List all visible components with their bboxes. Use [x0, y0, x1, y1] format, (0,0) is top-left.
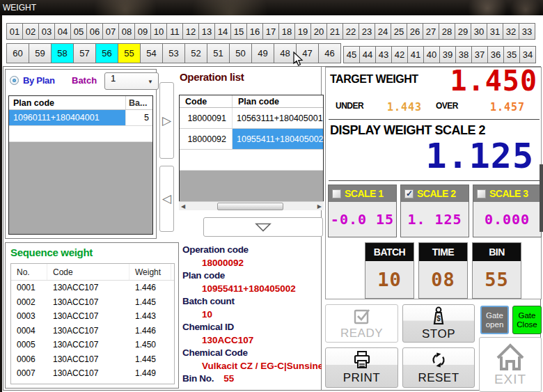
bin-button[interactable]: 55: [118, 43, 141, 63]
table-row[interactable]: 18000091 10563111+180405001: [180, 108, 323, 129]
bin-button[interactable]: 26: [407, 23, 423, 40]
bin-button[interactable]: 07: [102, 23, 119, 40]
bin-button[interactable]: 02: [22, 23, 39, 40]
bin-button[interactable]: 57: [73, 43, 96, 63]
bin-button[interactable]: 43: [375, 46, 392, 63]
bin-button[interactable]: 37: [471, 46, 488, 63]
table-row[interactable]: 0003 130ACC107 1.443: [11, 309, 174, 324]
bin-button[interactable]: 17: [262, 23, 279, 40]
bin-button[interactable]: 10: [150, 23, 167, 40]
bin-button[interactable]: 30: [471, 23, 487, 40]
bin-button[interactable]: 08: [118, 23, 135, 40]
scrollbar-thumb[interactable]: [217, 203, 283, 210]
move-right-button[interactable]: ▷: [159, 82, 174, 159]
bin-button[interactable]: 18: [278, 23, 295, 40]
reset-button[interactable]: RESET: [402, 347, 475, 388]
bin-button[interactable]: 25: [391, 23, 407, 40]
bin-button[interactable]: 20: [310, 23, 327, 40]
table-row[interactable]: 0005 130ACC107 1.450: [11, 338, 174, 352]
batch-dropdown[interactable]: 1 ▼: [104, 72, 159, 90]
bin-button[interactable]: 33: [519, 23, 535, 40]
plan-code-column-header[interactable]: Plan code: [9, 96, 126, 109]
code-cell[interactable]: 18000092: [180, 129, 233, 149]
code-column-header[interactable]: Code: [180, 95, 233, 107]
plan-code-cell[interactable]: 10563111+180405001: [233, 108, 323, 128]
by-plan-radio[interactable]: [10, 76, 19, 85]
exit-button[interactable]: EXIT: [479, 337, 542, 392]
bin-button[interactable]: 12: [182, 23, 199, 40]
weight-column-header[interactable]: Weight: [129, 264, 171, 280]
bin-button[interactable]: 27: [423, 23, 439, 40]
bin-button[interactable]: 42: [391, 46, 408, 63]
table-row[interactable]: 0004 130ACC107 1.446: [11, 324, 174, 338]
bin-button[interactable]: 22: [343, 23, 359, 40]
bin-button[interactable]: 09: [134, 23, 151, 40]
bin-button[interactable]: 34: [519, 46, 536, 63]
bin-button[interactable]: 16: [246, 23, 263, 40]
bin-button[interactable]: 39: [439, 46, 456, 63]
bin-button[interactable]: 36: [487, 46, 504, 63]
bin-button[interactable]: 50: [229, 43, 252, 63]
right-edge-scrollbar[interactable]: [540, 164, 543, 232]
plan-code-cell[interactable]: 10960111+180404001: [9, 110, 126, 125]
table-row[interactable]: 0002 130ACC107 1.445: [11, 295, 174, 310]
ready-button[interactable]: READY: [325, 304, 398, 343]
batch-cell[interactable]: 5: [126, 110, 152, 125]
stop-button[interactable]: $ STOP: [402, 304, 475, 343]
bin-button[interactable]: 21: [326, 23, 343, 40]
bin-button[interactable]: 35: [503, 46, 520, 63]
bin-button[interactable]: 28: [439, 23, 455, 40]
bin-button[interactable]: 01: [6, 23, 23, 40]
bin-button[interactable]: 15: [230, 23, 247, 40]
bin-button[interactable]: 59: [29, 43, 52, 63]
gate-close-button[interactable]: Gate Close: [512, 306, 542, 334]
bin-button[interactable]: 46: [318, 43, 341, 63]
gate-open-button[interactable]: Gate open: [480, 306, 509, 334]
bin-button[interactable]: 54: [140, 43, 163, 63]
bin-button[interactable]: 11: [166, 23, 183, 40]
bin-button[interactable]: 45: [343, 46, 360, 63]
table-row[interactable]: 0001 130ACC107 1.446: [11, 281, 174, 295]
operation-table-hscrollbar[interactable]: ◀ ▶: [179, 201, 324, 210]
bin-button[interactable]: 40: [423, 46, 440, 63]
scale-checkbox[interactable]: [332, 189, 341, 198]
plan-code-column-header[interactable]: Plan code: [233, 95, 323, 107]
bin-button[interactable]: 51: [207, 43, 230, 63]
move-down-button[interactable]: [203, 217, 323, 237]
bin-button[interactable]: 58: [51, 43, 74, 63]
bin-button[interactable]: 06: [86, 23, 103, 40]
bin-button[interactable]: 24: [375, 23, 391, 40]
code-cell[interactable]: 18000091: [180, 108, 233, 128]
bin-button[interactable]: 38: [455, 46, 472, 63]
bin-button[interactable]: 41: [407, 46, 424, 63]
bin-button[interactable]: 53: [162, 43, 185, 63]
bin-button[interactable]: 44: [359, 46, 376, 63]
table-row[interactable]: 0007 130ACC107 1.449: [11, 366, 174, 381]
bin-button[interactable]: 14: [214, 23, 231, 40]
bin-button[interactable]: 19: [294, 23, 311, 40]
bin-button[interactable]: 03: [38, 23, 55, 40]
bin-button[interactable]: 49: [251, 43, 274, 63]
plan-code-cell[interactable]: 10955411+180405002: [233, 129, 323, 149]
table-row[interactable]: 0006 130ACC107 1.445: [11, 352, 174, 367]
print-button[interactable]: PRINT: [325, 347, 398, 388]
table-row[interactable]: 10960111+180404001 5: [9, 110, 152, 126]
bin-button[interactable]: 05: [70, 23, 87, 40]
bin-button[interactable]: 32: [503, 23, 519, 40]
bin-button[interactable]: 60: [6, 43, 29, 63]
table-row[interactable]: 18000092 10955411+180405002: [180, 129, 323, 150]
no-column-header[interactable]: No.: [11, 264, 47, 280]
scale-checkbox[interactable]: [404, 189, 414, 198]
bin-button[interactable]: 23: [359, 23, 375, 40]
bin-button[interactable]: 04: [54, 23, 71, 40]
move-left-button[interactable]: ◁: [159, 166, 174, 232]
scroll-left-icon[interactable]: ◀: [181, 203, 185, 210]
batch-column-header[interactable]: Ba...: [126, 96, 152, 109]
scale-checkbox[interactable]: [477, 189, 486, 198]
bin-button[interactable]: 56: [95, 43, 118, 63]
code-column-header[interactable]: Code: [47, 264, 129, 280]
scroll-right-icon[interactable]: ▶: [317, 203, 322, 210]
bin-button[interactable]: 52: [184, 43, 207, 63]
bin-button[interactable]: 29: [455, 23, 471, 40]
bin-button[interactable]: 13: [198, 23, 215, 40]
